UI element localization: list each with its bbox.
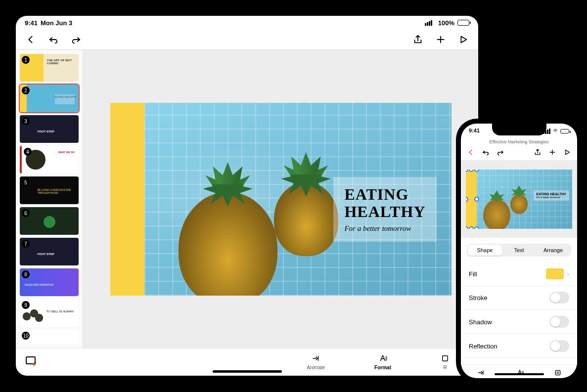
resize-handle-tl[interactable]	[466, 170, 468, 172]
iphone-review-icon	[554, 369, 562, 378]
home-indicator[interactable]	[213, 370, 282, 373]
reflection-label: Reflection	[469, 343, 497, 350]
slide-thumbnail-10[interactable]: 10	[20, 330, 79, 344]
redo-button[interactable]	[70, 34, 82, 45]
shadow-toggle[interactable]	[549, 316, 569, 328]
iphone-status-time: 9:41	[469, 128, 480, 134]
ipad-main: 1THE ART OF NOT CARING 2EATING HEALTHY 3…	[16, 50, 478, 348]
iphone-undo-button[interactable]	[482, 148, 490, 156]
slide-thumbnail-3[interactable]: 3FOOT STEP	[20, 115, 79, 143]
play-button[interactable]	[457, 34, 469, 45]
ipad-screen: 9:41 Mon Jun 3 100%	[16, 16, 478, 376]
fill-color-swatch	[546, 268, 564, 279]
slide-thumbnail-2[interactable]: 2EATING HEALTHY	[20, 85, 79, 112]
iphone-wifi-icon	[552, 128, 558, 134]
status-date: Mon Jun 3	[41, 19, 72, 27]
iphone-device: 9:41 Effective Marketing Strategies	[456, 119, 582, 383]
iphone-tab-animate[interactable]: Animate	[473, 369, 489, 378]
iphone-add-button[interactable]	[548, 148, 556, 156]
iphone-animate-icon	[477, 369, 485, 378]
resize-handle-bm[interactable]	[469, 226, 474, 229]
segment-shape[interactable]: Shape	[468, 245, 502, 256]
selected-shape[interactable]	[466, 170, 477, 229]
review-icon	[441, 354, 450, 364]
format-panel: Shape Text Arrange Fill › Stroke Shadow …	[461, 238, 577, 364]
iphone-pineapple-large	[483, 199, 510, 229]
resize-handle-mr[interactable]	[474, 197, 479, 202]
slide-title-line2: HEALTHY	[344, 203, 425, 220]
row-stroke[interactable]: Stroke	[461, 286, 577, 310]
segment-text[interactable]: Text	[502, 245, 536, 256]
tab-review[interactable]: R	[441, 354, 450, 370]
iphone-share-button[interactable]	[534, 148, 542, 156]
undo-button[interactable]	[47, 34, 59, 45]
slide-thumbnail-4[interactable]: 4WHAT WE DO	[20, 146, 79, 174]
resize-handle-br[interactable]	[474, 226, 479, 229]
iphone-notch	[492, 124, 546, 135]
format-icon	[378, 354, 387, 364]
slide-thumbnail-1[interactable]: 1THE ART OF NOT CARING	[20, 54, 79, 82]
format-segment-control: Shape Text Arrange	[467, 244, 571, 257]
chevron-right-icon: ›	[567, 270, 569, 278]
back-button[interactable]	[25, 34, 37, 45]
reflection-toggle[interactable]	[549, 340, 569, 352]
iphone-tab-review[interactable]: Review	[550, 369, 565, 378]
iphone-toolbar	[461, 146, 577, 161]
slide-text-box[interactable]: EATING HEALTHY For a better tomorrow	[333, 177, 436, 242]
status-time: 9:41	[25, 19, 38, 27]
tab-animate[interactable]: Animate	[307, 354, 325, 370]
ipad-status-bar: 9:41 Mon Jun 3 100%	[16, 16, 478, 30]
signal-icon	[425, 20, 432, 26]
ipad-toolbar	[16, 30, 478, 50]
slide-thumbnail-6[interactable]: 6	[20, 207, 79, 235]
slide-canvas[interactable]: EATING HEALTHY For a better tomorrow	[83, 50, 478, 348]
row-fill[interactable]: Fill ›	[461, 262, 577, 286]
slide-subtitle: For a better tomorrow	[344, 224, 425, 233]
segment-arrange[interactable]: Arrange	[536, 245, 570, 256]
slide-title-line1: EATING	[344, 186, 425, 203]
slide-thumbnail-5[interactable]: 5BE LIVING CONSCIOUS AND THROUGH MUSIC	[20, 176, 79, 204]
stroke-toggle[interactable]	[549, 292, 569, 304]
slide-navigator[interactable]: 1THE ART OF NOT CARING 2EATING HEALTHY 3…	[16, 50, 83, 348]
row-reflection[interactable]: Reflection	[461, 334, 577, 358]
shadow-label: Shadow	[469, 318, 492, 326]
slide-thumbnail-9[interactable]: 9TO SELL IS HUMAN	[20, 299, 79, 327]
stroke-label: Stroke	[469, 294, 488, 302]
iphone-redo-button[interactable]	[497, 148, 504, 156]
pineapple-image-small	[274, 182, 338, 256]
row-shadow[interactable]: Shadow	[461, 310, 577, 334]
svg-rect-2	[556, 370, 560, 375]
iphone-slide-textbox: EATING HEALTHY For a better tomorrow	[534, 190, 569, 201]
iphone-back-button[interactable]	[467, 148, 475, 156]
add-slide-button[interactable]	[25, 354, 41, 370]
slide-thumbnail-7[interactable]: 7FOOT STEP	[20, 238, 79, 265]
iphone-screen: 9:41 Effective Marketing Strategies	[461, 124, 577, 378]
iphone-play-button[interactable]	[563, 148, 571, 156]
resize-handle-bl[interactable]	[466, 226, 468, 229]
fill-label: Fill	[469, 270, 477, 278]
iphone-current-slide[interactable]: EATING HEALTHY For a better tomorrow	[466, 170, 572, 229]
share-button[interactable]	[412, 34, 424, 45]
tab-format[interactable]: Format	[374, 354, 391, 370]
svg-rect-1	[443, 356, 448, 361]
ipad-device: 9:41 Mon Jun 3 100%	[6, 6, 488, 386]
iphone-pineapple-small	[510, 194, 528, 214]
current-slide[interactable]: EATING HEALTHY For a better tomorrow	[110, 103, 452, 296]
resize-handle-ml[interactable]	[466, 197, 468, 202]
resize-handle-tm[interactable]	[469, 170, 474, 172]
iphone-slide-canvas[interactable]: EATING HEALTHY For a better tomorrow	[461, 161, 577, 238]
slide-thumbnail-8[interactable]: 8SALES AND OPERATION	[20, 268, 79, 296]
iphone-bottom-tabs: Animate Format Review	[461, 364, 577, 378]
iphone-home-indicator[interactable]	[495, 373, 544, 375]
document-title: Effective Marketing Strategies	[461, 138, 577, 146]
animate-icon	[312, 354, 320, 364]
battery-icon	[457, 20, 469, 26]
iphone-battery-icon	[560, 129, 569, 133]
battery-percent: 100%	[438, 19, 454, 27]
add-button[interactable]	[435, 34, 447, 45]
